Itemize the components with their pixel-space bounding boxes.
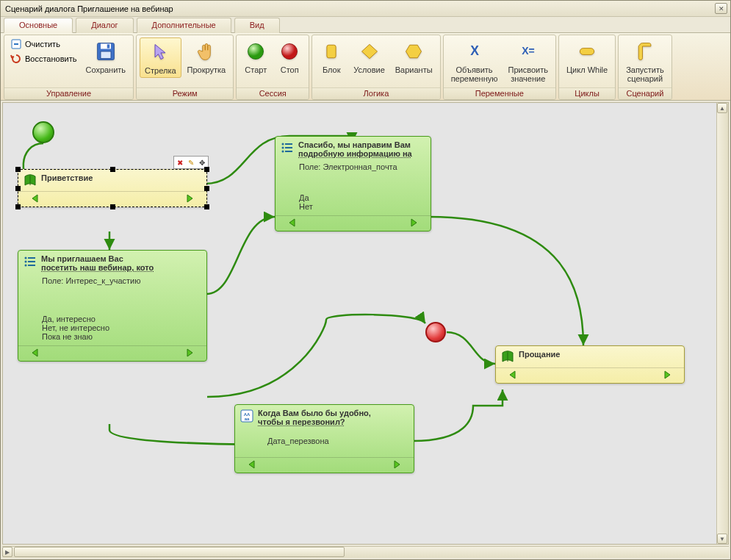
node-callback-field: Дата_перезвона [267,437,408,445]
assign-var-button[interactable]: X= Присвоить значение [504,37,552,85]
tab-extra[interactable]: Дополнительные [137,18,231,33]
scroll-tool-button[interactable]: Прокрутка [183,37,231,76]
node-invite-opt1: Да, интересно [42,315,201,323]
scroll-right-icon[interactable]: ▶ [2,547,12,557]
prev-arrow-icon[interactable] [30,194,42,204]
next-arrow-icon[interactable] [183,348,195,359]
horizontal-scrollbar[interactable]: ◀ ▶ [2,546,729,558]
scroll-down-icon[interactable]: ▼ [717,534,727,544]
start-button[interactable]: Старт [240,37,272,76]
node-invite[interactable]: Мы приглашаем Вас посетить наш вебинар, … [18,250,207,362]
scroll-thumb[interactable] [14,547,345,557]
stop-button[interactable]: Стоп [273,37,306,76]
arrow-tool-button[interactable]: Стрелка [140,37,181,78]
block-button[interactable]: Блок [315,37,348,76]
list-icon [280,140,295,155]
group-label-mode: Режим [137,87,233,99]
book-icon [23,173,37,188]
svg-rect-22 [285,147,292,148]
condition-button[interactable]: Условие [349,37,389,76]
save-button[interactable]: Сохранить [81,37,130,76]
ribbon-group-session: Старт Стоп Сессия [236,35,309,100]
group-label-variables: Переменные [444,87,555,99]
svg-rect-18 [28,265,35,266]
svg-text:aa: aa [245,417,250,421]
hexagon-icon [402,40,425,63]
declare-icon: X [463,40,486,63]
diamond-icon [358,40,381,63]
node-thanks-opt1: Да [299,193,425,202]
scroll-icon [633,40,657,63]
prev-arrow-icon[interactable] [30,348,42,359]
node-callback[interactable]: AAaa Когда Вам было бы удобно, чтобы я п… [234,404,414,473]
node-thanks-field: Поле: Электронная_почта [299,162,425,171]
svg-rect-12 [580,49,594,55]
clear-label: Очистить [25,40,60,49]
tab-main[interactable]: Основные [4,18,73,33]
node-thanks-title2: подробную информацию на [298,149,412,158]
cursor-icon [148,40,172,64]
text-icon: AAaa [240,409,254,423]
node-thanks-opt2: Нет [299,202,425,211]
restore-icon [10,53,22,65]
prev-arrow-icon[interactable] [247,460,259,470]
declare-label-2: переменную [451,74,498,83]
declare-label-1: Объявить [456,65,493,74]
node-invite-opt2: Нет, не интересно [42,323,201,332]
prev-arrow-icon[interactable] [508,370,519,381]
svg-point-21 [282,147,284,149]
ribbon-group-mode: Стрелка Прокрутка Режим [136,35,234,100]
node-greet[interactable]: Приветствие [18,169,207,207]
svg-text:X: X [470,43,479,58]
diagram-canvas[interactable]: ✖ ✎ ✥ Приветствие [2,102,729,545]
svg-rect-20 [285,143,292,145]
next-arrow-icon[interactable] [407,218,419,229]
variants-button[interactable]: Варианты [391,37,437,76]
tab-view[interactable]: Вид [234,18,280,33]
vertical-scrollbar[interactable]: ▲ ▼ [716,103,728,544]
condition-label: Условие [353,65,385,74]
while-button[interactable]: Цикл While [562,37,612,76]
tab-dialog[interactable]: Диалог [76,18,133,33]
svg-rect-24 [285,151,292,152]
run-scenario-button[interactable]: Запустить сценарий [622,37,669,85]
next-arrow-icon[interactable] [390,460,402,470]
edit-node-icon[interactable]: ✎ [186,157,196,168]
delete-node-icon[interactable]: ✖ [175,157,185,168]
node-invite-field: Поле: Интерес_к_участию [42,276,201,285]
scroll-up-icon[interactable]: ▲ [717,103,727,113]
close-button[interactable]: ✕ [715,3,727,14]
svg-point-15 [25,261,27,263]
while-icon [575,40,599,63]
start-label: Старт [245,65,267,74]
svg-rect-3 [107,44,110,48]
restore-button[interactable]: Восстановить [7,52,79,65]
stop-node[interactable] [425,322,446,342]
clear-button[interactable]: Очистить [7,37,79,51]
node-bye[interactable]: Прощание [495,345,685,384]
svg-point-23 [282,151,284,153]
group-label-logic: Логика [312,87,439,99]
svg-rect-16 [28,261,35,262]
save-icon [94,40,118,63]
next-arrow-icon[interactable] [183,194,195,204]
move-node-icon[interactable]: ✥ [197,157,207,168]
tabstrip: Основные Диалог Дополнительные Вид [1,17,730,33]
node-greet-title: Приветствие [41,173,93,182]
node-action-toolbar: ✖ ✎ ✥ [173,156,209,169]
node-thanks[interactable]: Спасибо, мы направим Вам подробную инфор… [275,136,431,231]
group-label-loops: Циклы [559,87,615,99]
run-label-2: сценарий [627,74,663,83]
group-label-manage: Управление [4,87,133,99]
prev-arrow-icon[interactable] [287,218,299,229]
while-label: Цикл While [566,65,608,74]
declare-var-button[interactable]: X Объявить переменную [447,37,503,85]
svg-rect-14 [28,257,35,259]
block-label: Блок [323,65,341,74]
assign-label-2: значение [511,74,545,83]
start-node[interactable] [32,121,54,143]
ribbon: Очистить Восстановить Сохранить [1,33,730,101]
block-icon [320,40,343,63]
next-arrow-icon[interactable] [660,370,672,381]
svg-text:X=: X= [522,45,535,57]
